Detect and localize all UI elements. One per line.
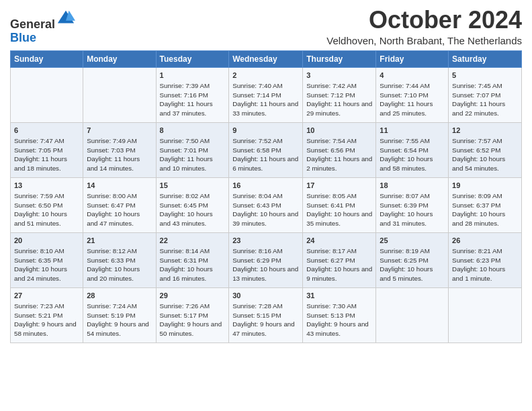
day-cell	[376, 287, 449, 342]
day-number: 14	[87, 181, 152, 191]
day-number: 11	[380, 126, 445, 136]
day-info: Sunrise: 8:05 AM Sunset: 6:41 PM Dayligh…	[306, 191, 372, 228]
day-number: 16	[232, 181, 299, 191]
day-cell: 3Sunrise: 7:42 AM Sunset: 7:12 PM Daylig…	[303, 67, 376, 122]
day-cell: 31Sunrise: 7:30 AM Sunset: 5:13 PM Dayli…	[303, 287, 376, 342]
day-number: 13	[14, 181, 79, 191]
day-number: 29	[160, 291, 226, 301]
day-number: 26	[452, 236, 518, 246]
title-block: October 2024 Veldhoven, North Brabant, T…	[326, 7, 522, 46]
day-cell: 5Sunrise: 7:45 AM Sunset: 7:07 PM Daylig…	[449, 67, 522, 122]
day-info: Sunrise: 8:07 AM Sunset: 6:39 PM Dayligh…	[380, 191, 445, 228]
day-cell: 15Sunrise: 8:02 AM Sunset: 6:45 PM Dayli…	[156, 177, 229, 232]
day-cell: 2Sunrise: 7:40 AM Sunset: 7:14 PM Daylig…	[229, 67, 303, 122]
day-cell: 26Sunrise: 8:21 AM Sunset: 6:23 PM Dayli…	[449, 232, 522, 287]
day-info: Sunrise: 7:45 AM Sunset: 7:07 PM Dayligh…	[452, 81, 518, 118]
day-info: Sunrise: 7:39 AM Sunset: 7:16 PM Dayligh…	[160, 81, 226, 118]
day-number: 4	[380, 71, 445, 81]
logo-general: General	[10, 17, 55, 31]
day-info: Sunrise: 7:24 AM Sunset: 5:19 PM Dayligh…	[87, 302, 152, 338]
day-info: Sunrise: 7:57 AM Sunset: 6:52 PM Dayligh…	[452, 136, 518, 173]
day-number: 9	[232, 126, 299, 136]
day-number: 1	[160, 71, 226, 81]
day-info: Sunrise: 7:30 AM Sunset: 5:13 PM Dayligh…	[306, 302, 372, 338]
day-number: 6	[14, 126, 79, 136]
day-info: Sunrise: 8:09 AM Sunset: 6:37 PM Dayligh…	[452, 191, 518, 228]
day-number: 31	[306, 291, 372, 301]
day-number: 2	[232, 71, 299, 81]
day-cell: 13Sunrise: 7:59 AM Sunset: 6:50 PM Dayli…	[11, 177, 83, 232]
logo: General Blue	[10, 9, 75, 45]
header-thursday: Thursday	[303, 50, 376, 67]
day-info: Sunrise: 8:00 AM Sunset: 6:47 PM Dayligh…	[87, 191, 152, 228]
day-info: Sunrise: 7:59 AM Sunset: 6:50 PM Dayligh…	[14, 191, 79, 228]
day-cell	[11, 67, 83, 122]
week-row-0: 1Sunrise: 7:39 AM Sunset: 7:16 PM Daylig…	[11, 67, 522, 122]
day-cell: 12Sunrise: 7:57 AM Sunset: 6:52 PM Dayli…	[449, 122, 522, 177]
header-monday: Monday	[83, 50, 156, 67]
calendar: Sunday Monday Tuesday Wednesday Thursday…	[10, 50, 522, 343]
day-cell: 14Sunrise: 8:00 AM Sunset: 6:47 PM Dayli…	[83, 177, 156, 232]
day-info: Sunrise: 7:47 AM Sunset: 7:05 PM Dayligh…	[14, 136, 79, 173]
day-info: Sunrise: 7:44 AM Sunset: 7:10 PM Dayligh…	[380, 81, 445, 118]
day-cell: 28Sunrise: 7:24 AM Sunset: 5:19 PM Dayli…	[83, 287, 156, 342]
header-sunday: Sunday	[11, 50, 83, 67]
day-cell: 23Sunrise: 8:16 AM Sunset: 6:29 PM Dayli…	[229, 232, 303, 287]
day-number: 10	[306, 126, 372, 136]
day-cell: 10Sunrise: 7:54 AM Sunset: 6:56 PM Dayli…	[303, 122, 376, 177]
day-info: Sunrise: 8:12 AM Sunset: 6:33 PM Dayligh…	[87, 246, 152, 283]
header-wednesday: Wednesday	[229, 50, 303, 67]
day-number: 19	[452, 181, 518, 191]
logo-blue: Blue	[10, 31, 36, 44]
day-info: Sunrise: 8:17 AM Sunset: 6:27 PM Dayligh…	[306, 246, 372, 283]
day-cell: 18Sunrise: 8:07 AM Sunset: 6:39 PM Dayli…	[376, 177, 449, 232]
week-row-4: 27Sunrise: 7:23 AM Sunset: 5:21 PM Dayli…	[11, 287, 522, 342]
day-number: 24	[306, 236, 372, 246]
day-cell: 7Sunrise: 7:49 AM Sunset: 7:03 PM Daylig…	[83, 122, 156, 177]
day-cell: 8Sunrise: 7:50 AM Sunset: 7:01 PM Daylig…	[156, 122, 229, 177]
day-cell	[83, 67, 156, 122]
day-number: 25	[380, 236, 445, 246]
day-number: 7	[87, 126, 152, 136]
day-cell: 1Sunrise: 7:39 AM Sunset: 7:16 PM Daylig…	[156, 67, 229, 122]
header-tuesday: Tuesday	[156, 50, 229, 67]
page: General Blue October 2024 Veldhoven, Nor…	[0, 0, 532, 411]
day-cell: 11Sunrise: 7:55 AM Sunset: 6:54 PM Dayli…	[376, 122, 449, 177]
day-number: 21	[87, 236, 152, 246]
day-cell: 27Sunrise: 7:23 AM Sunset: 5:21 PM Dayli…	[11, 287, 83, 342]
week-row-1: 6Sunrise: 7:47 AM Sunset: 7:05 PM Daylig…	[11, 122, 522, 177]
day-cell: 20Sunrise: 8:10 AM Sunset: 6:35 PM Dayli…	[11, 232, 83, 287]
day-number: 5	[452, 71, 518, 81]
day-info: Sunrise: 8:16 AM Sunset: 6:29 PM Dayligh…	[232, 246, 299, 283]
day-info: Sunrise: 7:54 AM Sunset: 6:56 PM Dayligh…	[306, 136, 372, 173]
day-number: 23	[232, 236, 299, 246]
day-cell: 4Sunrise: 7:44 AM Sunset: 7:10 PM Daylig…	[376, 67, 449, 122]
location-title: Veldhoven, North Brabant, The Netherland…	[326, 35, 522, 46]
day-info: Sunrise: 7:55 AM Sunset: 6:54 PM Dayligh…	[380, 136, 445, 173]
day-cell: 19Sunrise: 8:09 AM Sunset: 6:37 PM Dayli…	[449, 177, 522, 232]
header-friday: Friday	[376, 50, 449, 67]
day-cell: 17Sunrise: 8:05 AM Sunset: 6:41 PM Dayli…	[303, 177, 376, 232]
day-cell: 24Sunrise: 8:17 AM Sunset: 6:27 PM Dayli…	[303, 232, 376, 287]
day-number: 20	[14, 236, 79, 246]
day-number: 18	[380, 181, 445, 191]
day-number: 17	[306, 181, 372, 191]
day-info: Sunrise: 8:10 AM Sunset: 6:35 PM Dayligh…	[14, 246, 79, 283]
day-info: Sunrise: 8:19 AM Sunset: 6:25 PM Dayligh…	[380, 246, 445, 283]
day-info: Sunrise: 7:40 AM Sunset: 7:14 PM Dayligh…	[232, 81, 299, 118]
day-number: 27	[14, 291, 79, 301]
header-saturday: Saturday	[449, 50, 522, 67]
day-cell: 21Sunrise: 8:12 AM Sunset: 6:33 PM Dayli…	[83, 232, 156, 287]
day-number: 28	[87, 291, 152, 301]
weekday-header-row: Sunday Monday Tuesday Wednesday Thursday…	[11, 50, 522, 67]
header: General Blue October 2024 Veldhoven, Nor…	[10, 7, 522, 46]
day-cell: 9Sunrise: 7:52 AM Sunset: 6:58 PM Daylig…	[229, 122, 303, 177]
day-info: Sunrise: 7:26 AM Sunset: 5:17 PM Dayligh…	[160, 302, 226, 338]
day-cell	[449, 287, 522, 342]
day-info: Sunrise: 8:21 AM Sunset: 6:23 PM Dayligh…	[452, 246, 518, 283]
day-info: Sunrise: 8:02 AM Sunset: 6:45 PM Dayligh…	[160, 191, 226, 228]
day-number: 12	[452, 126, 518, 136]
logo-icon	[56, 9, 75, 28]
day-cell: 25Sunrise: 8:19 AM Sunset: 6:25 PM Dayli…	[376, 232, 449, 287]
day-info: Sunrise: 7:23 AM Sunset: 5:21 PM Dayligh…	[14, 302, 79, 338]
